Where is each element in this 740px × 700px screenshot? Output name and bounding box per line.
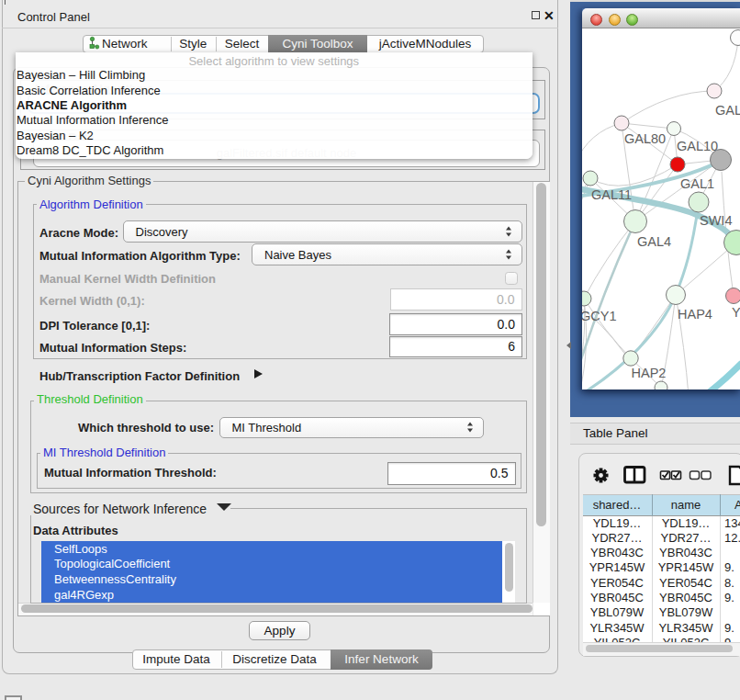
svg-text:SWI4: SWI4 bbox=[700, 213, 732, 228]
svg-text:YM: YM bbox=[732, 305, 740, 320]
svg-text:HAP2: HAP2 bbox=[632, 366, 667, 380]
svg-text:GAL1: GAL1 bbox=[680, 176, 714, 191]
svg-text:GAL11: GAL11 bbox=[591, 187, 632, 202]
svg-text:GAL10: GAL10 bbox=[677, 139, 718, 153]
svg-text:GCY1: GCY1 bbox=[582, 309, 617, 323]
svg-text:HAP4: HAP4 bbox=[678, 307, 712, 322]
svg-text:GAL80: GAL80 bbox=[624, 131, 666, 146]
svg-text:GAL4: GAL4 bbox=[637, 234, 671, 249]
svg-text:GAL7: GAL7 bbox=[715, 103, 740, 118]
